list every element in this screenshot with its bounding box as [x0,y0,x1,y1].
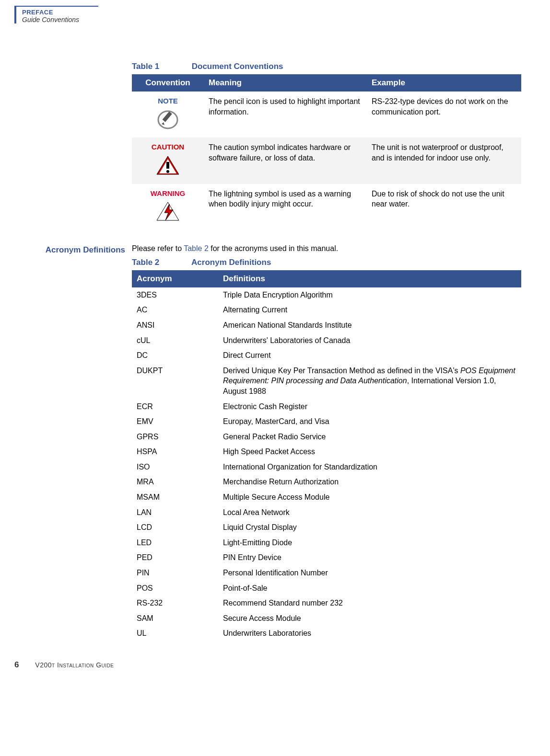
th-meaning: Meaning [204,74,367,92]
table2-number: Table 2 [132,258,189,267]
th-example: Example [367,74,521,92]
svg-point-6 [166,170,169,173]
intro-post: for the acronyms used in this manual. [209,244,338,252]
table-row: HSPAHigh Speed Packet Access [132,444,521,459]
acronym-cell: cUL [132,333,218,348]
definition-cell: Local Area Network [218,505,521,520]
caution-meaning: The caution symbol indicates hardware or… [204,137,367,183]
page-number: 6 [14,660,19,669]
table-row: LEDLight-Emitting Diode [132,535,521,550]
acronym-cell: PIN [132,565,218,581]
definition-cell: Merchandise Return Authorization [218,474,521,490]
table1-title: Table 1 Document Conventions [132,62,521,71]
table-row: MRAMerchandise Return Authorization [132,474,521,490]
definition-cell: Underwriters Laboratories [218,626,521,641]
note-meaning: The pencil icon is used to highlight imp… [204,92,367,137]
definition-cell: Light-Emitting Diode [218,535,521,550]
table-row: LANLocal Area Network [132,505,521,520]
section-heading-acronyms: Acronym Definitions [14,244,132,641]
th-acronym: Acronym [132,270,218,287]
caution-label: CAUTION [137,142,199,152]
definition-cell: Personal Identification Number [218,565,521,581]
acronym-cell: LED [132,535,218,550]
acronym-cell: ECR [132,399,218,414]
definition-cell: Secure Access Module [218,611,521,626]
th-definitions: Definitions [218,270,521,287]
table-row: 3DESTriple Data Encryption Algorithm [132,287,521,303]
acronym-cell: POS [132,581,218,596]
acronym-intro: Please refer to Table 2 for the acronyms… [132,244,521,253]
table-row: ANSIAmerican National Standards Institut… [132,318,521,333]
acronym-cell: HSPA [132,444,218,459]
definition-cell: General Packet Radio Service [218,429,521,445]
definition-cell: Direct Current [218,348,521,363]
table-row: ECRElectronic Cash Register [132,399,521,414]
table1-number: Table 1 [132,62,189,71]
acronym-cell: RS-232 [132,596,218,611]
svg-rect-5 [166,162,169,169]
table-row: cULUnderwriters' Laboratories of Canada [132,333,521,348]
note-label: NOTE [137,96,199,106]
definition-cell: Liquid Crystal Display [218,520,521,535]
definition-cell: Triple Data Encryption Algorithm [218,287,521,303]
warning-meaning: The lightning symbol is used as a warnin… [204,184,367,230]
table-row: DCDirect Current [132,348,521,363]
definition-cell: American National Standards Institute [218,318,521,333]
intro-pre: Please refer to [132,244,184,252]
acronym-cell: DUKPT [132,363,218,399]
table1-name: Document Conventions [192,62,283,71]
table2-name: Acronym Definitions [191,258,271,267]
acronym-cell: PED [132,550,218,565]
note-example: RS-232-type devices do not work on the c… [367,92,521,137]
definition-cell: High Speed Packet Access [218,444,521,459]
pencil-icon [155,108,181,130]
definition-cell: International Organization for Standardi… [218,459,521,475]
acronym-cell: MRA [132,474,218,490]
table-row: NOTE The pencil icon is used to highligh… [132,92,521,137]
warning-example: Due to risk of shock do not use the unit… [367,184,521,230]
acronym-cell: ISO [132,459,218,475]
acronym-cell: AC [132,302,218,318]
acronym-cell: LCD [132,520,218,535]
table-row: GPRSGeneral Packet Radio Service [132,429,521,445]
table-row: DUKPTDerived Unique Key Per Transaction … [132,363,521,399]
definition-cell: Europay, MasterCard, and Visa [218,414,521,429]
acronym-cell: EMV [132,414,218,429]
table-row: WARNING The lightning symbol is used as … [132,184,521,230]
table-row: MSAMMultiple Secure Access Module [132,490,521,505]
definition-cell: Alternating Current [218,302,521,318]
caution-icon [155,154,181,176]
acronym-cell: DC [132,348,218,363]
caution-example: The unit is not waterproof or dustproof,… [367,137,521,183]
header-subsection: Guide Conventions [22,16,98,23]
table-row: SAMSecure Access Module [132,611,521,626]
page-header: PREFACE Guide Conventions [14,6,98,23]
document-conventions-table: Convention Meaning Example NOTE [132,74,521,230]
header-section: PREFACE [22,9,98,16]
definition-cell: PIN Entry Device [218,550,521,565]
table-row: PEDPIN Entry Device [132,550,521,565]
definition-cell: Derived Unique Key Per Transaction Metho… [218,363,521,399]
table-row: EMVEuropay, MasterCard, and Visa [132,414,521,429]
acronym-cell: 3DES [132,287,218,303]
th-convention: Convention [132,74,204,92]
acronym-cell: MSAM [132,490,218,505]
lightning-icon [155,200,181,222]
acronym-cell: SAM [132,611,218,626]
definition-cell: Multiple Secure Access Module [218,490,521,505]
acronym-cell: GPRS [132,429,218,445]
definition-cell: Recommend Standard number 232 [218,596,521,611]
definition-cell: Point-of-Sale [218,581,521,596]
table-row: ULUnderwriters Laboratories [132,626,521,641]
table-row: RS-232Recommend Standard number 232 [132,596,521,611]
table-row: CAUTION The caution symbol indicates har… [132,137,521,183]
acronym-cell: ANSI [132,318,218,333]
table2-crossref: Table 2 [184,244,209,252]
table-row: ISOInternational Organization for Standa… [132,459,521,475]
table2-title: Table 2 Acronym Definitions [132,258,521,267]
table-row: POSPoint-of-Sale [132,581,521,596]
definition-cell: Electronic Cash Register [218,399,521,414]
warning-label: WARNING [137,189,199,198]
acronym-definitions-table: Acronym Definitions 3DESTriple Data Encr… [132,270,521,641]
table-row: LCDLiquid Crystal Display [132,520,521,535]
